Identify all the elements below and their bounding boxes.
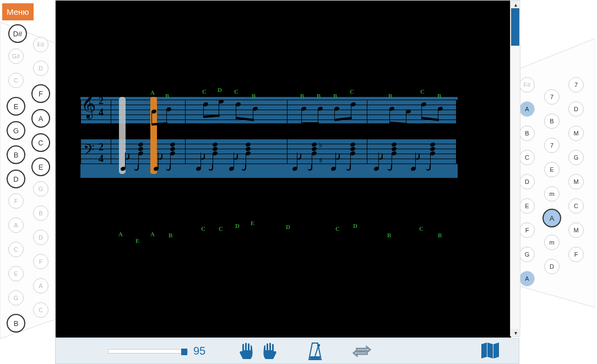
right-key-m[interactable]: M [568,126,584,141]
left-key-dsharp[interactable]: D# [8,24,27,43]
note-annotation: B [300,93,304,99]
left-key-c[interactable]: C [8,73,24,88]
overview-map-button[interactable] [481,342,500,361]
menu-button[interactable]: Меню [2,3,34,20]
right-key-a[interactable]: A [519,271,535,286]
right-key-d[interactable]: D [544,259,560,274]
note-annotation: E [251,220,254,226]
right-key-e[interactable]: E [544,162,560,177]
staff-line [80,115,458,115]
left-key-a[interactable]: A [8,218,24,233]
staff-line [80,105,458,105]
left-key-c[interactable]: C [33,302,48,318]
left-key-b[interactable]: B [7,145,25,164]
staff-line [80,149,458,149]
note-annotation: A [150,89,155,96]
left-key-f[interactable]: F [33,254,48,269]
note-annotation: B [317,93,321,99]
note-stem [151,111,152,124]
note-annotation: B [333,93,337,99]
right-key-g[interactable]: G [519,247,535,262]
playhead[interactable] [150,97,157,174]
staff-line [80,119,458,120]
left-key-g[interactable]: G [7,121,25,140]
right-key-a[interactable]: A [542,209,561,227]
right-key-d[interactable]: D [519,174,535,189]
right-key-e[interactable]: E [519,198,535,214]
note-annotation: D [218,86,222,93]
note-annotation: B [169,232,172,238]
left-key-c[interactable]: C [31,133,50,152]
right-key-c[interactable]: C [519,150,535,165]
scroll-up-button[interactable]: ▴ [511,1,520,8]
note-stem [253,108,253,119]
note-annotation: C [335,225,340,232]
note-annotation: A [150,231,155,237]
tempo-slider-thumb[interactable] [181,349,187,355]
right-key-7[interactable]: 7 [544,89,560,105]
right-key-c[interactable]: C [568,198,584,214]
left-key-fsharp[interactable]: F# [33,37,48,52]
measure-number: 1 [106,126,110,132]
vertical-scrollbar[interactable]: ▴ ▾ [510,1,520,336]
metronome-button[interactable] [308,342,322,361]
sheet-area: 𝄞 𝄢 24 24 1 2 3 4 ABCDCBBBBCBCB AEABCCDE… [55,0,520,337]
measure-number: 4 [370,126,373,132]
note-stem [301,108,302,124]
accidental: ♭ [319,140,323,149]
left-key-g[interactable]: G [8,290,24,306]
left-key-d[interactable]: D [7,170,25,188]
left-key-g[interactable]: G [33,181,48,197]
right-key-f[interactable]: F [568,247,584,262]
right-key-7[interactable]: 7 [544,138,560,153]
right-key-d[interactable]: D [568,101,584,117]
note-annotation: C [201,225,205,232]
left-key-gsharp[interactable]: G# [8,48,24,64]
right-key-m[interactable]: M [568,222,584,238]
left-key-b[interactable]: B [7,314,25,333]
right-key-a[interactable]: A [519,101,535,117]
scroll-down-button[interactable]: ▾ [511,329,520,336]
treble-clef-icon: 𝄞 [81,89,96,118]
svg-rect-2 [310,356,320,360]
right-key-m[interactable]: M [568,174,584,189]
note-annotation: C [219,225,223,232]
measure-number: 2 [189,126,192,132]
left-key-e[interactable]: E [31,157,50,176]
left-key-c[interactable]: C [8,242,24,257]
left-key-f[interactable]: F [31,84,50,103]
left-key-a[interactable]: A [33,278,48,294]
right-key-fsharp[interactable]: F# [519,77,535,93]
loop-button[interactable] [352,344,371,358]
note-annotation: B [387,232,391,238]
staff-line [80,144,458,144]
note-annotation: C [420,88,425,95]
note-stem [318,108,318,124]
right-hand-button[interactable] [262,343,278,360]
left-key-d[interactable]: D [33,61,48,76]
tempo-slider[interactable] [108,349,188,354]
sheet-canvas: 𝄞 𝄢 24 24 1 2 3 4 ABCDCBBBBCBCB AEABCCDE… [56,1,511,338]
beam [151,122,167,126]
right-key-7[interactable]: 7 [568,77,584,93]
right-keys-panel: F#7A7DBBM7CGEDMmECAFMmGFDA [512,0,595,341]
right-key-b[interactable]: B [519,126,535,141]
bass-clef-icon: 𝄢 [83,142,95,162]
left-key-f[interactable]: F [8,193,24,209]
note-annotation: C [234,88,238,95]
right-key-g[interactable]: G [568,150,584,165]
right-key-m[interactable]: m [544,235,560,250]
right-key-m[interactable]: m [544,186,560,202]
left-key-d[interactable]: D [33,230,48,245]
scroll-thumb[interactable] [511,8,519,46]
staff-line [80,159,458,159]
left-key-b[interactable]: B [33,205,48,221]
barline [185,100,186,164]
right-key-f[interactable]: F [519,222,535,238]
left-key-e[interactable]: E [7,97,25,116]
left-key-e[interactable]: E [8,266,24,281]
left-hand-button[interactable] [238,343,254,360]
left-key-a[interactable]: A [31,109,50,128]
right-key-b[interactable]: B [544,113,560,129]
time-sig-treble: 24 [99,95,104,118]
